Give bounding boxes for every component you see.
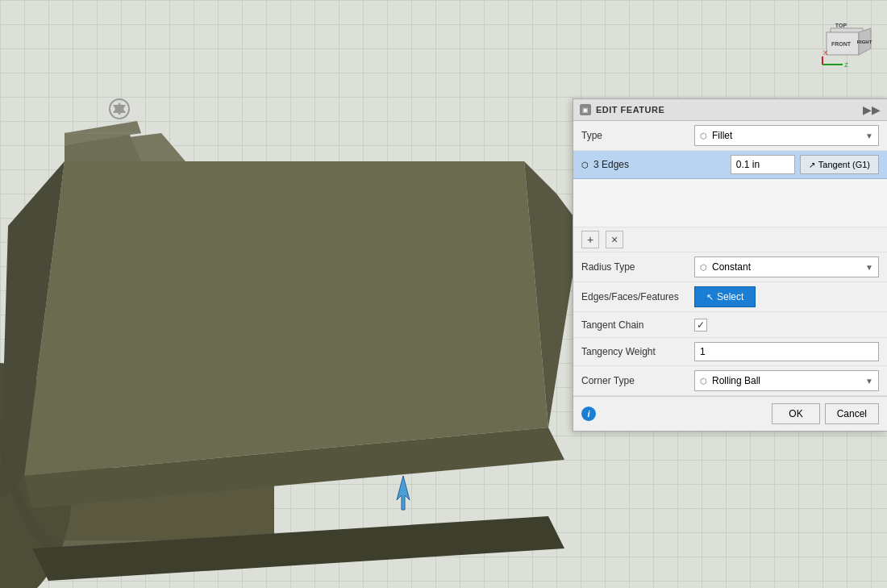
radius-type-row: Radius Type ⬡ Constant ▼ (573, 252, 887, 282)
tangent-chain-checkbox[interactable]: ✓ (694, 319, 707, 332)
tangent-label: Tangent (G1) (818, 160, 870, 169)
tangent-chain-control: ✓ (694, 319, 879, 332)
add-button[interactable]: + (581, 231, 599, 248)
panel-header: ▣ EDIT FEATURE ▶▶ (573, 99, 887, 121)
tangency-weight-row: Tangency Weight (573, 338, 887, 366)
corner-type-arrow: ▼ (865, 377, 873, 386)
corner-type-label: Corner Type (581, 375, 694, 386)
select-cursor-icon: ↖ (706, 292, 714, 302)
edge-value-input[interactable] (731, 155, 795, 174)
tangency-weight-input[interactable] (694, 342, 879, 361)
corner-icon: ⬡ (700, 377, 707, 386)
svg-text:TOP: TOP (835, 23, 847, 28)
nav-cube[interactable]: TOP FRONT RIGHT Z X (814, 16, 879, 81)
radius-type-control: ⬡ Constant ▼ (694, 256, 879, 277)
add-remove-row: + × (573, 227, 887, 252)
3d-model (0, 0, 581, 588)
edges-faces-control: ↖ Select (694, 286, 879, 307)
svg-text:X: X (823, 49, 828, 56)
panel-body: Type ⬡ Fillet ▼ ⬡ 3 Edges ↗ (573, 121, 887, 396)
remove-button[interactable]: × (606, 231, 623, 248)
corner-type-row: Corner Type ⬡ Rolling Ball ▼ (573, 366, 887, 396)
type-row: Type ⬡ Fillet ▼ (573, 121, 887, 151)
edges-row[interactable]: ⬡ 3 Edges ↗ Tangent (G1) (573, 151, 887, 179)
radius-type-arrow: ▼ (865, 263, 873, 272)
type-label: Type (581, 130, 694, 141)
edges-faces-label: Edges/Faces/Features (581, 291, 694, 302)
edit-feature-panel: ▣ EDIT FEATURE ▶▶ Type ⬡ Fillet ▼ (573, 98, 887, 432)
fillet-icon: ⬡ (700, 131, 707, 140)
tangent-icon: ↗ (809, 161, 815, 169)
type-value: Fillet (712, 130, 732, 141)
edges-label: 3 Edges (593, 159, 629, 170)
type-dropdown-arrow: ▼ (865, 131, 873, 140)
edges-faces-row: Edges/Faces/Features ↖ Select (573, 282, 887, 312)
radius-type-dropdown[interactable]: ⬡ Constant ▼ (694, 256, 879, 277)
tangency-weight-control (694, 342, 879, 361)
edge-icon: ⬡ (581, 161, 589, 169)
panel-footer: i OK Cancel (573, 396, 887, 431)
radius-icon: ⬡ (700, 263, 707, 272)
ok-button[interactable]: OK (772, 403, 819, 424)
select-button[interactable]: ↖ Select (694, 286, 756, 307)
edges-control: ⬡ 3 Edges ↗ Tangent (G1) (581, 155, 879, 174)
tangency-weight-label: Tangency Weight (581, 346, 694, 357)
corner-type-value: Rolling Ball (712, 375, 760, 386)
footer-buttons: OK Cancel (772, 403, 879, 424)
type-control: ⬡ Fillet ▼ (694, 125, 879, 146)
empty-list-area (573, 179, 887, 227)
svg-text:FRONT: FRONT (831, 41, 852, 47)
type-dropdown[interactable]: ⬡ Fillet ▼ (694, 125, 879, 146)
cancel-button[interactable]: Cancel (825, 403, 879, 424)
svg-text:RIGHT: RIGHT (857, 40, 872, 44)
panel-icon-symbol: ▣ (582, 106, 589, 114)
corner-type-control: ⬡ Rolling Ball ▼ (694, 370, 879, 391)
tangent-chain-row: Tangent Chain ✓ (573, 312, 887, 338)
svg-text:Z: Z (844, 61, 848, 69)
select-label: Select (717, 291, 743, 302)
checkbox-checkmark: ✓ (697, 319, 705, 331)
svg-marker-3 (24, 161, 548, 476)
tangent-button[interactable]: ↗ Tangent (G1) (800, 155, 879, 174)
svg-marker-15 (397, 476, 410, 510)
tangent-chain-label: Tangent Chain (581, 319, 694, 331)
corner-type-dropdown[interactable]: ⬡ Rolling Ball ▼ (694, 370, 879, 391)
panel-icon: ▣ (580, 104, 591, 115)
info-button[interactable]: i (581, 407, 596, 421)
panel-expand-button[interactable]: ▶▶ (863, 103, 881, 116)
panel-title: EDIT FEATURE (596, 105, 664, 115)
radius-type-value: Constant (712, 261, 751, 273)
radius-type-label: Radius Type (581, 261, 694, 273)
